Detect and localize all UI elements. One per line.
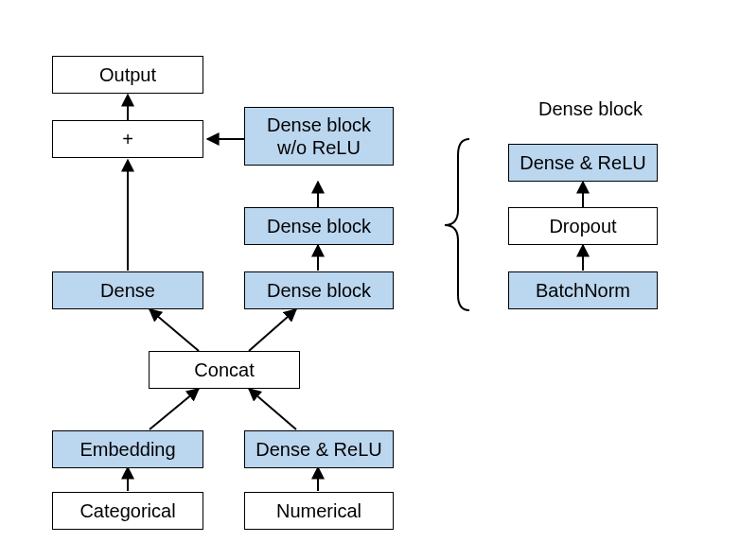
label-output: Output <box>99 63 156 86</box>
label-categorical: Categorical <box>79 499 175 522</box>
label-numerical: Numerical <box>276 499 361 522</box>
svg-line-5 <box>249 309 296 351</box>
svg-line-4 <box>150 309 199 351</box>
box-plus: + <box>52 120 203 158</box>
box-dense: Dense <box>52 271 203 309</box>
svg-line-3 <box>249 389 296 429</box>
label-concat: Concat <box>194 359 254 381</box>
label-dense-block-mid: Dense block <box>267 215 371 237</box>
box-embedding: Embedding <box>52 430 203 468</box>
box-dense-relu-input: Dense & ReLU <box>244 430 394 468</box>
label-dense-relu-input: Dense & ReLU <box>255 438 381 461</box>
dense-block-title: Dense block <box>492 98 689 120</box>
label-dense: Dense <box>100 279 155 302</box>
box-dense-block-wo-relu: Dense block w/o ReLU <box>244 107 394 166</box>
label-dense-relu: Dense & ReLU <box>520 151 645 174</box>
box-dropout: Dropout <box>508 207 658 245</box>
label-batchnorm: BatchNorm <box>536 279 630 302</box>
label-dropout: Dropout <box>549 215 616 237</box>
label-dense-block-wo-relu: Dense block w/o ReLU <box>267 114 371 159</box>
box-batchnorm: BatchNorm <box>508 271 658 309</box>
label-dense-block-bot: Dense block <box>267 279 371 302</box>
box-dense-block-bot: Dense block <box>244 271 394 309</box>
box-dense-relu: Dense & ReLU <box>508 144 658 182</box>
architecture-diagram: Output + Dense Concat Embedding Categori… <box>0 0 740 560</box>
box-numerical: Numerical <box>244 492 394 530</box>
label-embedding: Embedding <box>79 438 175 461</box>
box-concat: Concat <box>149 351 300 389</box>
svg-line-2 <box>150 389 199 429</box>
box-output: Output <box>52 56 203 94</box>
label-plus: + <box>122 128 133 150</box>
box-categorical: Categorical <box>52 492 203 530</box>
box-dense-block-mid: Dense block <box>244 207 394 245</box>
